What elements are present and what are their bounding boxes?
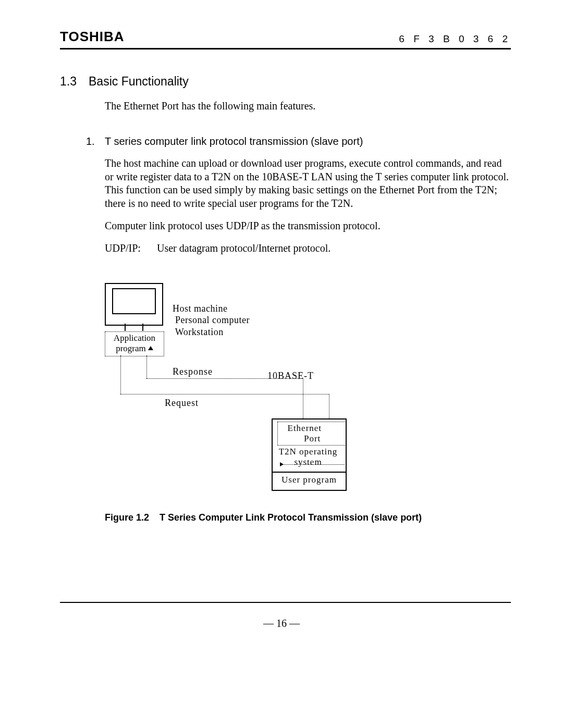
app-label-1: Application <box>114 333 155 343</box>
dotted-line <box>146 378 303 379</box>
dotted-line <box>146 355 147 378</box>
figure-number: Figure 1.2 <box>105 512 160 523</box>
host-line-1: Host machine <box>173 303 227 314</box>
section-intro: The Ethernet Port has the following main… <box>105 100 511 112</box>
body-paragraph-2: Computer link protocol uses UDP/IP as th… <box>105 219 511 233</box>
brand-logo: TOSHIBA <box>60 29 125 45</box>
t2n-os-label: T2N operating system <box>274 447 342 468</box>
footer-rule <box>60 602 511 603</box>
t2n-box: Ethernet Port T2N operating system User … <box>272 418 347 491</box>
dotted-line <box>120 355 121 394</box>
application-program-box: Application program <box>105 331 164 356</box>
page-number: — 16 — <box>0 618 563 630</box>
dotted-line <box>303 378 303 418</box>
request-label: Request <box>165 398 199 409</box>
response-label: Response <box>173 366 213 377</box>
arrow-up-icon <box>148 346 153 350</box>
figure-caption-text: T Series Computer Link Protocol Transmis… <box>160 512 422 523</box>
body-paragraph-1: The host machine can upload or download … <box>105 157 511 210</box>
figure-caption: Figure 1.2T Series Computer Link Protoco… <box>105 512 511 523</box>
port-line-2: Port <box>304 434 321 443</box>
monitor-icon <box>105 283 163 326</box>
definition-term: UDP/IP: <box>105 242 157 254</box>
item-heading-text: T series computer link protocol transmis… <box>105 135 363 147</box>
item-number: 1. <box>86 135 105 147</box>
ethernet-port-box: Ethernet Port <box>277 422 346 446</box>
section-heading: 1.3Basic Functionality <box>60 75 511 89</box>
monitor-screen <box>112 288 156 314</box>
host-line-3: Workstation <box>175 327 224 337</box>
document-code: 6 F 3 B 0 3 6 2 <box>399 33 511 45</box>
section-title-text: Basic Functionality <box>89 75 189 88</box>
dotted-line <box>329 394 329 418</box>
definition-text: User datagram protocol/Internet protocol… <box>157 242 331 254</box>
os-line-1: T2N operating <box>279 447 338 456</box>
figure-diagram: Application program Host machine Persona… <box>105 283 397 502</box>
app-label-2: program <box>116 343 146 353</box>
user-program-label: User program <box>273 475 346 485</box>
dotted-line <box>120 394 329 394</box>
monitor-stand <box>125 324 143 331</box>
definition-line: UDP/IP:User datagram protocol/Internet p… <box>105 242 511 254</box>
port-line-1: Ethernet <box>288 423 322 433</box>
10base-t-label: 10BASE-T <box>267 371 314 381</box>
host-line-2: Personal computer <box>175 315 250 325</box>
section-number: 1.3 <box>60 75 89 89</box>
page: TOSHIBA 6 F 3 B 0 3 6 2 1.3Basic Functio… <box>0 0 563 728</box>
divider-line <box>273 472 346 473</box>
host-machine-label: Host machine Personal computer Workstati… <box>173 303 250 338</box>
page-header: TOSHIBA 6 F 3 B 0 3 6 2 <box>60 29 511 50</box>
list-item-heading: 1.T series computer link protocol transm… <box>86 135 511 147</box>
os-line-2: system <box>294 457 322 467</box>
